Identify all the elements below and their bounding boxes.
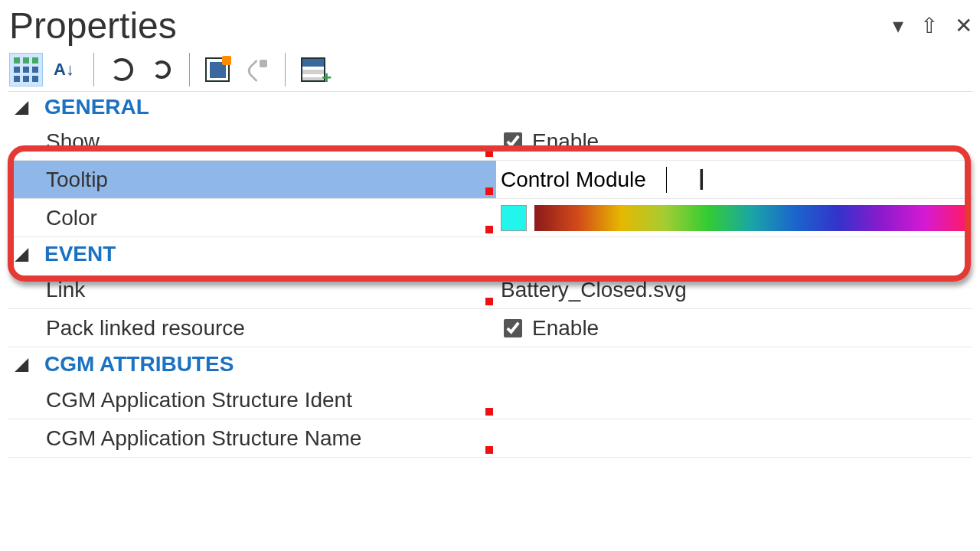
eyedropper-button[interactable] <box>240 53 274 86</box>
category-cgm-label: CGM ATTRIBUTES <box>44 352 234 377</box>
category-general-label: GENERAL <box>44 95 149 119</box>
property-show[interactable]: Show Enable <box>8 122 972 161</box>
color-swatch[interactable] <box>501 205 527 231</box>
refresh-linked-icon <box>110 58 133 81</box>
toolbar-separator <box>285 53 286 86</box>
anim-marker-icon[interactable] <box>485 149 493 157</box>
anim-marker-icon[interactable] <box>485 226 493 233</box>
property-link[interactable]: Link Battery_Closed.svg <box>8 271 972 309</box>
category-cgm-header[interactable]: ◢ CGM ATTRIBUTES <box>8 347 972 381</box>
toolbar-separator <box>189 53 190 86</box>
anim-marker-icon[interactable] <box>485 446 493 454</box>
show-enable-label: Enable <box>532 129 599 154</box>
sort-alpha-icon: A <box>54 61 78 78</box>
events-button[interactable] <box>201 53 234 86</box>
property-pack-linked[interactable]: Pack linked resource Enable <box>8 309 972 347</box>
property-color-label: Color <box>46 206 97 230</box>
category-event-header[interactable]: ◢ EVENT <box>8 237 972 271</box>
collapse-icon[interactable]: ◢ <box>15 244 28 264</box>
property-cgm-ident[interactable]: CGM Application Structure Ident <box>8 381 972 419</box>
color-spectrum-picker[interactable] <box>534 205 968 231</box>
show-checkbox-input[interactable] <box>504 132 522 151</box>
collapse-icon[interactable]: ◢ <box>15 97 28 117</box>
property-cgm-name[interactable]: CGM Application Structure Name <box>8 419 972 458</box>
pack-checkbox-input[interactable] <box>504 319 522 337</box>
category-general-header[interactable]: ◢ GENERAL <box>8 92 972 122</box>
property-pack-label: Pack linked resource <box>46 316 245 341</box>
text-cursor-icon: I <box>697 165 706 194</box>
category-event-label: EVENT <box>44 242 116 266</box>
refresh-linked-button[interactable] <box>105 53 139 86</box>
anim-marker-icon[interactable] <box>485 408 493 416</box>
window-options-icon[interactable]: ▾ <box>893 13 903 38</box>
text-caret <box>666 167 667 193</box>
refresh-button[interactable] <box>145 53 178 86</box>
panel-title: Properties <box>9 5 177 47</box>
titlebar: Properties ▾ ⇧ ✕ <box>8 3 972 53</box>
property-grid: ◢ GENERAL Show Enable Tooltip <box>8 91 972 458</box>
property-link-label: Link <box>46 278 85 302</box>
categorized-button[interactable] <box>9 53 43 86</box>
property-tooltip[interactable]: Tooltip I <box>8 161 972 199</box>
properties-panel: Properties ▾ ⇧ ✕ A ◢ GENERAL Show <box>0 0 980 458</box>
property-color[interactable]: Color <box>8 199 972 237</box>
property-cgm-name-label: CGM Application Structure Name <box>46 426 361 451</box>
pack-enable-checkbox[interactable]: Enable <box>501 316 599 341</box>
anim-marker-icon[interactable] <box>485 298 493 305</box>
property-show-label: Show <box>46 129 100 154</box>
close-icon[interactable]: ✕ <box>955 13 972 38</box>
toolbar-separator <box>93 53 94 86</box>
property-tooltip-label: Tooltip <box>46 168 108 192</box>
pin-icon[interactable]: ⇧ <box>920 13 938 38</box>
pack-enable-label: Enable <box>532 316 599 341</box>
events-icon <box>205 57 230 82</box>
eyedropper-icon <box>246 58 269 81</box>
tooltip-input[interactable] <box>501 168 662 192</box>
anim-marker-icon[interactable] <box>485 187 493 195</box>
show-enable-checkbox[interactable]: Enable <box>501 129 599 154</box>
property-cgm-ident-label: CGM Application Structure Ident <box>46 388 352 412</box>
collapse-icon[interactable]: ◢ <box>15 354 28 374</box>
refresh-icon <box>152 60 171 79</box>
categorized-icon <box>14 57 38 82</box>
toolbar: A <box>8 53 972 91</box>
add-property-icon <box>301 57 325 82</box>
add-property-button[interactable] <box>296 53 330 86</box>
link-value[interactable]: Battery_Closed.svg <box>501 278 687 302</box>
sort-alpha-button[interactable]: A <box>49 53 83 86</box>
window-controls: ▾ ⇧ ✕ <box>893 13 972 38</box>
